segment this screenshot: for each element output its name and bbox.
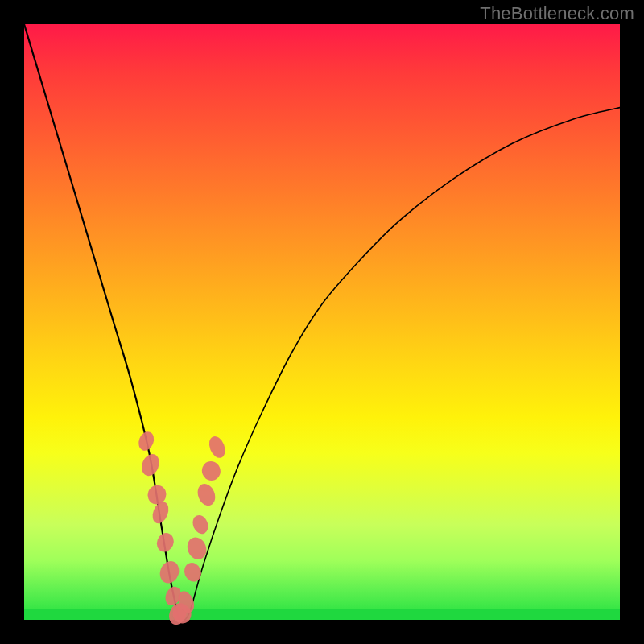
highlighted-points <box>136 430 228 628</box>
marker-point <box>199 459 223 484</box>
marker-point <box>181 560 204 584</box>
curve-layer <box>24 24 620 620</box>
marker-point <box>154 530 176 555</box>
plot-area <box>24 24 620 620</box>
bottleneck-curve <box>24 24 620 621</box>
marker-point <box>157 559 183 587</box>
marker-point <box>190 513 211 536</box>
curve-right-arm <box>179 108 620 621</box>
marker-point <box>138 452 162 479</box>
chart-frame: TheBottleneck.com <box>0 0 644 644</box>
marker-point <box>136 430 157 453</box>
marker-point <box>206 434 228 460</box>
watermark-text: TheBottleneck.com <box>480 3 634 24</box>
curve-left-arm <box>24 24 179 620</box>
marker-point <box>195 481 218 509</box>
